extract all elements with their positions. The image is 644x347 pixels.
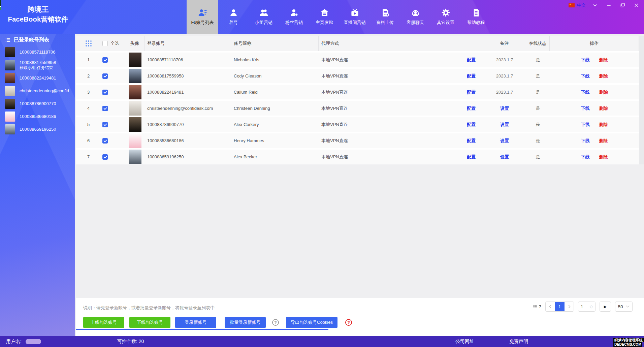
stepper-icon[interactable]: ◇ [590,304,593,309]
settings-link[interactable]: 设置 [500,105,509,112]
nav-tab-fb-account-list[interactable]: Fb账号列表 [187,0,218,34]
batch-login-button[interactable]: 批量登录新账号 [225,317,266,328]
settings-link[interactable]: 设置 [500,154,509,160]
offline-link[interactable]: 下线 [581,73,590,79]
login-new-account-button[interactable]: 登录新账号 [175,317,216,328]
online-status-cell: 是 [526,69,550,83]
help-icon-red[interactable]: ? [345,319,352,326]
delete-link[interactable]: 删除 [599,89,608,95]
table-row: 1100088571118706Nicholas Kris本地VPN直连配置20… [76,53,639,67]
config-link[interactable]: 配置 [467,122,476,128]
minimize-button[interactable] [606,2,612,8]
offline-link[interactable]: 下线 [581,57,590,63]
row-checkbox[interactable] [102,90,108,95]
online-checked-button[interactable]: 上线勾选账号 [83,317,124,328]
table-row: 6100088536680186Henry Hammes本地VPN直连配置设置是… [76,133,639,148]
delete-link[interactable]: 删除 [599,154,608,160]
nav-tab-label: 直播间营销 [344,20,366,26]
nav-tab-other-settings[interactable]: 其它设置 [430,0,461,34]
chevron-down-icon[interactable] [592,2,598,8]
sidebar-account-item[interactable]: 100088817559958获取小组:任务结束 [5,60,73,70]
disclaimer-link[interactable]: 免责声明 [509,339,528,345]
delete-link[interactable]: 删除 [599,138,608,144]
statusbar: 用户名: 可控个数: 20 公司网址 免责声明 织梦内容管理系统 DEDECMS… [0,336,644,347]
next-page-button[interactable] [565,302,574,311]
config-link[interactable]: 配置 [467,105,476,112]
config-link[interactable]: 配置 [467,138,476,144]
nav-tab-page-posting[interactable]: 主页发贴 [309,0,340,34]
close-button[interactable] [633,2,639,8]
nav-tab-fans-marketing[interactable]: 粉丝营销 [279,0,309,34]
language-selector[interactable]: ★ 中文 [569,2,586,8]
offline-link[interactable]: 下线 [581,105,590,112]
settings-link[interactable]: 设置 [500,138,509,144]
proxy-cell: 本地VPN直连 [321,57,348,63]
company-site-link[interactable]: 公司网址 [455,339,474,345]
row-index: 4 [76,101,101,116]
help-icon[interactable]: ? [272,319,279,326]
online-status-cell: 是 [526,117,550,132]
go-page-button[interactable]: ▶ [600,302,611,312]
sidebar: 已登录账号列表 100088571118706100088817559958获取… [0,34,75,336]
config-link[interactable]: 配置 [467,73,476,79]
sidebar-account-item[interactable]: 100088659196250 [5,124,73,134]
offline-checked-button[interactable]: 下线勾选账号 [129,317,170,328]
username-label: 用户名: [6,339,22,345]
maximize-button[interactable] [619,2,625,8]
nav-tab-livestream-marketing[interactable]: 直播间营销 [340,0,370,34]
sidebar-account-item[interactable]: christeendenning@confid [5,86,73,96]
offline-link[interactable]: 下线 [581,122,590,128]
settings-link[interactable]: 设置 [500,122,509,128]
app-title-line2: FaceBook营销软件 [3,14,73,24]
nickname-cell: Callum Reid [231,85,319,99]
row-checkbox[interactable] [102,138,108,144]
sidebar-account-item[interactable]: 100088822419481 [5,73,73,83]
avatar [129,85,141,99]
prev-page-button[interactable] [546,302,555,311]
row-checkbox[interactable] [102,122,108,127]
config-link[interactable]: 配置 [467,89,476,95]
app-title-line1: 跨境王 [3,4,73,14]
offline-link[interactable]: 下线 [581,154,590,160]
row-checkbox[interactable] [102,106,108,111]
row-checkbox[interactable] [102,154,108,160]
offline-link[interactable]: 下线 [581,138,590,144]
nav-tab-customer-chat[interactable]: 客服聊天 [400,0,430,34]
page-jump-input[interactable]: 1 ◇ [578,302,595,312]
nav-tab-group-marketing[interactable]: 小组营销 [249,0,279,34]
row-checkbox[interactable] [102,73,108,79]
delete-link[interactable]: 删除 [599,57,608,63]
horizontal-scrollbar-thumb[interactable] [76,329,328,330]
nav-tab-help-tutorial[interactable]: 帮助教程 [461,0,491,34]
offline-link[interactable]: 下线 [581,89,590,95]
row-checkbox[interactable] [102,57,108,63]
grid-columns-icon[interactable] [85,40,92,47]
sidebar-account-item[interactable]: 100088536680186 [5,112,73,122]
sidebar-account-item[interactable]: 100088786900770 [5,99,73,109]
account-cell: 100088659196250 [144,150,231,164]
nav-tab-label: 粉丝营销 [285,20,303,26]
current-page[interactable]: 1 [555,302,565,311]
config-link[interactable]: 配置 [467,57,476,63]
select-all-checkbox[interactable] [102,41,108,46]
nickname-cell: Christeen Denning [231,101,319,116]
config-link[interactable]: 配置 [467,154,476,160]
list-icon [533,304,537,309]
delete-link[interactable]: 删除 [599,73,608,79]
delete-link[interactable]: 删除 [599,105,608,112]
total-count-value: 7 [539,304,541,309]
page-size-select[interactable]: 50 [615,302,633,312]
nav-tab-data-upload[interactable]: 资料上传 [370,0,400,34]
nav-tab-nurture-account[interactable]: 养号 [218,0,249,34]
select-all-label: 全选 [110,40,119,46]
table-row: 4christeendenning@confidesk.comChristeen… [76,101,639,116]
chevron-down-icon [626,305,630,308]
row-index: 1 [76,53,101,67]
export-cookies-button[interactable]: 导出勾选账号Cookies [286,317,337,328]
account-task-status: 获取小组:任务结束 [20,65,56,70]
sidebar-account-item[interactable]: 100088571118706 [5,47,73,57]
account-id: 100088536680186 [20,114,56,119]
row-index: 7 [76,150,101,164]
delete-link[interactable]: 删除 [599,122,608,128]
remark-text: 2023.1.7 [496,90,513,95]
